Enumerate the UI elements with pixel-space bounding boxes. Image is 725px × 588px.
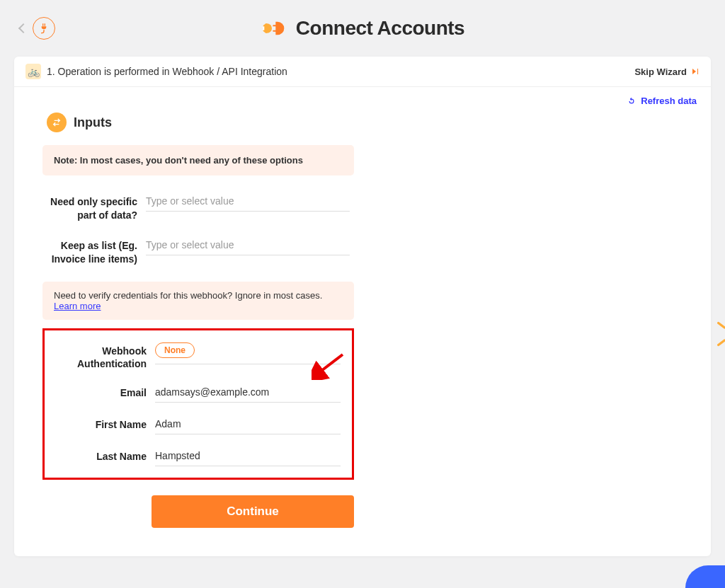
webhook-auth-value-badge[interactable]: None bbox=[155, 342, 195, 358]
svg-rect-2 bbox=[266, 23, 268, 25]
skip-forward-icon bbox=[691, 67, 700, 76]
wizard-card: 🚲 1. Operation is performed in Webhook /… bbox=[14, 57, 711, 556]
email-label: Email bbox=[52, 385, 155, 400]
keep-as-list-label: Keep as list (Eg. Invoice line items) bbox=[42, 238, 146, 266]
svg-rect-4 bbox=[273, 25, 276, 26]
keep-as-list-input[interactable] bbox=[146, 238, 350, 255]
email-input[interactable] bbox=[155, 385, 341, 403]
side-nav-chevrons[interactable] bbox=[712, 318, 725, 350]
first-name-label: First Name bbox=[52, 417, 155, 432]
refresh-icon bbox=[627, 96, 636, 106]
note-verify: Need to verify credentials for this webh… bbox=[42, 282, 354, 320]
inputs-section-icon bbox=[47, 113, 67, 132]
breadcrumb-text: 1. Operation is performed in Webhook / A… bbox=[47, 66, 287, 77]
last-name-label: Last Name bbox=[52, 449, 155, 463]
first-name-input[interactable] bbox=[155, 417, 341, 434]
plug-icon bbox=[38, 23, 50, 34]
back-chevron-icon[interactable] bbox=[18, 23, 28, 33]
specific-part-label: Need only specific part of data? bbox=[42, 194, 146, 222]
svg-rect-1 bbox=[263, 26, 265, 30]
refresh-label: Refresh data bbox=[641, 96, 697, 106]
swap-icon bbox=[51, 117, 62, 128]
page-header: Connect Accounts bbox=[14, 13, 711, 44]
connect-icon bbox=[261, 18, 289, 39]
breadcrumb: 🚲 1. Operation is performed in Webhook /… bbox=[25, 64, 287, 79]
chevron-right-icon bbox=[712, 331, 725, 350]
last-name-input[interactable] bbox=[155, 449, 341, 466]
continue-button[interactable]: Continue bbox=[152, 495, 354, 528]
learn-more-link[interactable]: Learn more bbox=[54, 301, 101, 311]
plug-button[interactable] bbox=[33, 17, 55, 40]
page-title: Connect Accounts bbox=[296, 17, 464, 40]
note-verify-text: Need to verify credentials for this webh… bbox=[54, 290, 322, 301]
svg-rect-3 bbox=[266, 32, 268, 33]
specific-part-input[interactable] bbox=[146, 194, 350, 212]
breadcrumb-app-icon: 🚲 bbox=[25, 64, 41, 79]
skip-wizard-label: Skip Wizard bbox=[634, 67, 687, 77]
note-top: Note: In most cases, you don't need any … bbox=[42, 145, 354, 175]
highlighted-fields-box: Webhook Authentication None Email First … bbox=[42, 328, 354, 480]
webhook-auth-label: Webhook Authentication bbox=[52, 343, 155, 371]
skip-wizard-button[interactable]: Skip Wizard bbox=[634, 67, 700, 77]
refresh-data-button[interactable]: Refresh data bbox=[627, 96, 697, 106]
inputs-section-title: Inputs bbox=[74, 115, 112, 130]
svg-rect-5 bbox=[273, 30, 276, 32]
